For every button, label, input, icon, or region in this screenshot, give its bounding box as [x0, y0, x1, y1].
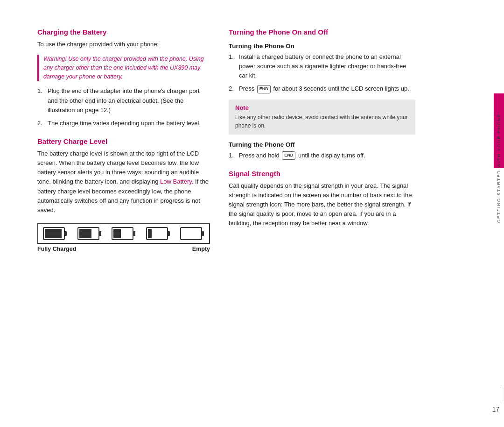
- battery-low-icon: [146, 227, 170, 240]
- battery-icons-row: [37, 223, 210, 244]
- battery-three-quarter-icon: [77, 227, 102, 240]
- svg-rect-7: [133, 231, 135, 236]
- fully-charged-label: Fully Charged: [37, 246, 76, 252]
- step-number: 1.: [229, 52, 236, 80]
- svg-rect-5: [79, 229, 91, 238]
- step-number: 2.: [229, 84, 236, 93]
- svg-rect-2: [45, 229, 62, 238]
- signal-title: Signal Strength: [229, 170, 415, 178]
- end-button-icon: END: [257, 85, 271, 93]
- battery-half-icon: [112, 227, 136, 240]
- charging-step-1: 1. Plug the end of the adapter into the …: [37, 86, 210, 114]
- step-number: 1.: [37, 86, 45, 114]
- svg-rect-8: [113, 229, 121, 238]
- battery-full-icon: [43, 227, 67, 240]
- turning-title: Turning the Phone On and Off: [229, 28, 415, 36]
- svg-rect-12: [181, 228, 202, 240]
- step-text: Press and hold END until the display tur…: [239, 151, 415, 160]
- battery-empty-icon: [180, 227, 204, 240]
- end-button-icon-2: END: [282, 151, 295, 160]
- battery-labels: Fully Charged Empty: [37, 246, 210, 252]
- note-title: Note: [235, 104, 409, 111]
- low-battery-link: Low Battery.: [160, 178, 193, 185]
- step-text: Plug the end of the adapter into the pho…: [48, 86, 210, 114]
- turning-on-subtitle: Turning the Phone On: [229, 43, 415, 50]
- step-text: Press END for about 3 seconds until the …: [239, 84, 415, 93]
- svg-rect-11: [148, 229, 152, 238]
- svg-rect-1: [64, 231, 67, 236]
- step-number: 2.: [37, 119, 45, 128]
- step-number: 1.: [229, 151, 236, 160]
- note-text: Like any other radio device, avoid conta…: [235, 113, 409, 130]
- turning-on-step-1: 1. Install a charged battery or connect …: [229, 52, 415, 80]
- svg-rect-13: [202, 231, 204, 236]
- sidebar: GETTING STARTED WITH YOUR PHONE 17: [482, 0, 504, 427]
- step-text: The charge time varies depending upon th…: [48, 119, 210, 128]
- sidebar-divider: [501, 387, 501, 401]
- step-text: Install a charged battery or connect the…: [239, 52, 415, 80]
- empty-label: Empty: [192, 246, 210, 252]
- turning-off-step-1: 1. Press and hold END until the display …: [229, 151, 415, 160]
- battery-title: Battery Charge Level: [37, 137, 210, 145]
- note-box: Note Like any other radio device, avoid …: [229, 100, 415, 135]
- right-column: Turning the Phone On and Off Turning the…: [229, 28, 415, 408]
- page-number: 17: [492, 406, 499, 413]
- turning-on-step-2: 2. Press END for about 3 seconds until t…: [229, 84, 415, 93]
- warning-text: Warning! Use only the charger provided w…: [43, 55, 210, 81]
- svg-rect-4: [99, 231, 101, 236]
- left-column: Charging the Battery To use the charger …: [37, 28, 210, 408]
- warning-block: Warning! Use only the charger provided w…: [37, 55, 210, 81]
- charging-step-2: 2. The charge time varies depending upon…: [37, 119, 210, 128]
- sidebar-label: GETTING STARTED WITH YOUR PHONE: [494, 98, 504, 238]
- battery-body: The battery charge level is shown at the…: [37, 149, 210, 215]
- turning-off-subtitle: Turning the Phone Off: [229, 141, 415, 148]
- svg-rect-10: [168, 231, 170, 236]
- signal-body: Call quality depends on the signal stren…: [229, 181, 415, 228]
- charging-intro: To use the charger provided with your ph…: [37, 40, 210, 49]
- charging-title: Charging the Battery: [37, 28, 210, 36]
